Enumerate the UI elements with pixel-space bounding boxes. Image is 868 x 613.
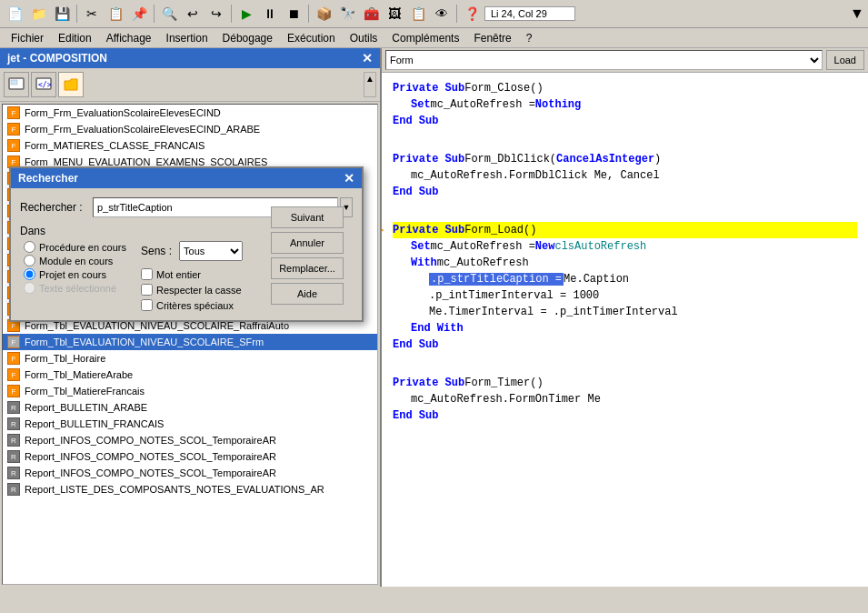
object-dropdown[interactable]: Form (385, 50, 823, 70)
radio-procedure-input[interactable] (24, 241, 35, 253)
checkbox-criteres-input[interactable] (141, 299, 153, 311)
sens-label: Sens : (141, 245, 172, 257)
list-item[interactable]: F Form_Frm_EvaluationScolaireElevesECIND… (3, 121, 377, 137)
scroll-up-btn[interactable]: ▲ (364, 72, 376, 97)
menu-fenetre[interactable]: Fenêtre (466, 30, 518, 46)
keyword-end-sub: End Sub (393, 186, 438, 198)
toolbox-btn[interactable]: 🧰 (360, 3, 382, 25)
spacer (393, 211, 857, 222)
report-icon: R (6, 482, 21, 497)
list-item[interactable]: R Report_INFOS_COMPO_NOTES_SCOL_Temporai… (3, 465, 377, 481)
list-item[interactable]: R Report_BULLETIN_FRANCAIS (3, 416, 377, 432)
report-icon: R (6, 433, 21, 447)
copy-button[interactable]: 📋 (105, 3, 126, 25)
radio-projet[interactable]: Projet en cours (24, 268, 126, 280)
find-button[interactable]: 🔍 (158, 3, 180, 25)
menu-insertion[interactable]: Insertion (159, 30, 215, 46)
report-icon: R (6, 400, 21, 415)
checkbox-mot-entier-input[interactable] (141, 268, 153, 280)
code-line: Private Sub Form_Close() (393, 80, 857, 96)
list-item[interactable]: R Report_LISTE_DES_COMPOSANTS_NOTES_EVAL… (3, 481, 377, 497)
load-button[interactable]: Load (826, 50, 864, 70)
checkbox-group: Mot entier Respecter la casse Critères s… (141, 268, 243, 311)
menu-complements[interactable]: Compléments (384, 30, 466, 46)
list-item[interactable]: F Form_MATIERES_CLASSE_FRANCAIS (3, 137, 377, 154)
stop-button[interactable]: ⏹ (283, 3, 304, 25)
redo-button[interactable]: ↪ (205, 3, 227, 25)
svg-text:</>: </> (38, 81, 52, 89)
form-icon: F (6, 106, 21, 120)
annuler-button[interactable]: Annuler (271, 232, 344, 254)
menu-execution[interactable]: Exécution (280, 30, 343, 46)
list-item[interactable]: R Report_INFOS_COMPO_NOTES_SCOL_Temporai… (3, 432, 377, 448)
checkbox-criteres[interactable]: Critères spéciaux (141, 299, 243, 311)
paste-button[interactable]: 📌 (128, 3, 150, 25)
sens-area: Sens : Tous Haut Bas (141, 241, 243, 311)
menubar: Fichier Edition Affichage Insertion Débo… (0, 28, 868, 48)
sens-select[interactable]: Tous Haut Bas (179, 241, 243, 261)
keyword-private: Private Sub (393, 153, 464, 166)
menu-debogage[interactable]: Débogage (215, 30, 280, 46)
left-panel-close-btn[interactable]: ✕ (362, 51, 373, 65)
code-line: End With (411, 320, 857, 337)
new-button[interactable]: 📄 (4, 3, 25, 25)
radio-projet-label: Projet en cours (39, 269, 106, 280)
aide-button[interactable]: Aide (271, 283, 344, 305)
properties-btn[interactable]: 📋 (407, 3, 429, 25)
list-item[interactable]: F Form_Tbl_MatiereArabe (3, 367, 377, 383)
code-text: mc_AutoRefresh.FormOnTimer Me (411, 393, 601, 406)
list-item[interactable]: R Report_INFOS_COMPO_NOTES_SCOL_Temporai… (3, 448, 377, 465)
dialog-title-text: Rechercher (18, 172, 78, 185)
dialog-content: Rechercher : ▼ Dans (20, 197, 353, 311)
list-item-label: Form_Tbl_Horaire (25, 353, 105, 364)
obj-browser-btn[interactable]: 🔭 (336, 3, 358, 25)
code-area[interactable]: Private Sub Form_Close() Set mc_AutoRefr… (382, 73, 868, 587)
menu-help[interactable]: ? (519, 30, 540, 46)
form-btn[interactable]: 🖼 (384, 3, 405, 25)
list-item[interactable]: F Form_Frm_EvaluationScolaireElevesECIND (3, 105, 377, 121)
remplacer-button[interactable]: Remplacer... (271, 257, 344, 279)
list-item-label: Report_INFOS_COMPO_NOTES_SCOL_Temporaire… (25, 451, 276, 462)
checkbox-mot-entier[interactable]: Mot entier (141, 268, 243, 280)
view-form-btn[interactable] (4, 72, 29, 97)
code-line: Private Sub Form_Load() (393, 222, 857, 238)
radio-projet-input[interactable] (24, 268, 35, 280)
keyword-end-sub: End Sub (393, 409, 438, 422)
save-button[interactable]: 💾 (51, 3, 73, 25)
suivant-button[interactable]: Suivant (271, 206, 344, 228)
menu-fichier[interactable]: Fichier (4, 30, 51, 46)
list-item-selected[interactable]: F Form_Tbl_EVALUATION_NIVEAU_SCOLAIRE_SF… (3, 334, 377, 350)
radio-texte-input (24, 282, 35, 294)
project-btn[interactable]: 📦 (313, 3, 334, 25)
dialog-close-btn[interactable]: ✕ (344, 171, 354, 186)
menu-edition[interactable]: Edition (51, 30, 99, 46)
dialog-body: Rechercher : ▼ Dans (11, 188, 362, 320)
radio-procedure[interactable]: Procédure en cours (24, 241, 126, 253)
watch-btn[interactable]: 👁 (431, 3, 453, 25)
checkbox-casse-input[interactable] (141, 284, 153, 296)
spacer (393, 364, 857, 375)
view-code-btn[interactable]: </> (31, 72, 56, 97)
undo-button[interactable]: ↩ (182, 3, 204, 25)
cut-button[interactable]: ✂ (81, 3, 103, 25)
open-button[interactable]: 📁 (27, 3, 49, 25)
list-item-label: Form_Tbl_EVALUATION_NIVEAU_SCOLAIRE_SFrm (25, 337, 264, 347)
search-dialog: Rechercher ✕ Rechercher : ▼ (9, 166, 364, 322)
code-line: Me.TimerInterval = .p_intTimerInterval (429, 304, 857, 320)
list-item[interactable]: F Form_Tbl_Horaire (3, 350, 377, 367)
menu-affichage[interactable]: Affichage (99, 30, 159, 46)
form-icon: F (6, 138, 21, 153)
help-btn[interactable]: ❓ (461, 3, 483, 25)
spacer (393, 140, 857, 151)
radio-module-input[interactable] (24, 255, 35, 266)
menu-outils[interactable]: Outils (343, 30, 385, 46)
list-item[interactable]: F Form_Tbl_MatiereFrancais (3, 383, 377, 399)
folder-btn[interactable] (58, 72, 84, 97)
pause-button[interactable]: ⏸ (259, 3, 281, 25)
radio-module[interactable]: Module en cours (24, 255, 126, 266)
run-button[interactable]: ▶ (235, 3, 257, 25)
list-item[interactable]: R Report_BULLETIN_ARABE (3, 399, 377, 416)
list-item-label: Form_Tbl_MatiereFrancais (25, 386, 145, 397)
toolbar-collapse-btn[interactable]: ▼ (850, 5, 864, 22)
checkbox-casse[interactable]: Respecter la casse (141, 284, 243, 296)
